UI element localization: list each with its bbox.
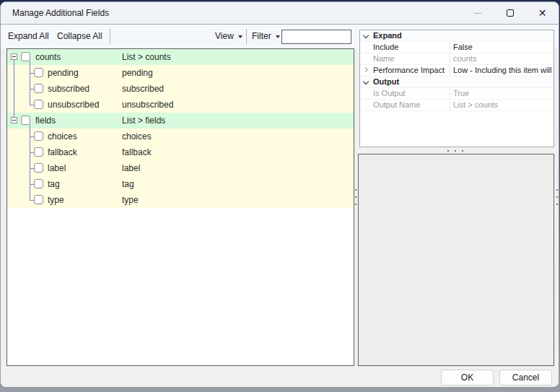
vertical-splitter-grip[interactable] xyxy=(556,189,558,191)
property-name: Name xyxy=(373,53,450,64)
tree-item-label: fallback xyxy=(48,144,77,160)
tree-item-label: choices xyxy=(48,129,77,144)
view-label: View xyxy=(215,31,234,41)
minimize-button[interactable] xyxy=(461,2,494,24)
chevron-down-icon[interactable] xyxy=(360,30,373,41)
checkbox[interactable] xyxy=(34,179,43,188)
tree-row-counts[interactable]: counts List > counts xyxy=(7,49,354,65)
property-grid: Expand Include False Name counts Perform… xyxy=(359,30,554,147)
minimize-icon xyxy=(474,13,481,14)
tree-item-label: pending xyxy=(48,65,79,81)
tree-row-subscribed[interactable]: subscribed subscribed xyxy=(7,81,354,97)
description-panel xyxy=(358,154,554,366)
property-row-is-output[interactable]: Is Output True xyxy=(360,88,554,100)
property-name: Include xyxy=(373,42,450,53)
property-value[interactable]: False xyxy=(450,42,554,53)
tree-row-fallback[interactable]: fallback fallback xyxy=(7,144,354,160)
tree-item-output: label xyxy=(122,160,140,176)
checkbox[interactable] xyxy=(21,116,30,125)
tree-row-tag[interactable]: tag tag xyxy=(7,176,354,192)
filter-label: Filter xyxy=(252,31,271,41)
tree-item-label: label xyxy=(48,160,66,176)
vertical-splitter-grip[interactable] xyxy=(355,204,356,205)
chevron-placeholder xyxy=(360,100,373,110)
property-value: List > counts xyxy=(450,100,554,110)
tree-row-label[interactable]: label label xyxy=(7,160,354,176)
property-row-include[interactable]: Include False xyxy=(360,42,554,53)
tree-item-output: List > fields xyxy=(122,113,165,129)
property-row-performance-impact[interactable]: Performance Impact Low - Including this … xyxy=(360,65,554,77)
checkbox[interactable] xyxy=(34,163,43,173)
vertical-splitter-grip[interactable] xyxy=(556,196,558,198)
tree-item-label: subscribed xyxy=(48,81,89,97)
toolbar-separator xyxy=(246,29,247,44)
checkbox[interactable] xyxy=(34,131,43,141)
close-button[interactable]: ✕ xyxy=(526,2,559,24)
tree-item-output: subscribed xyxy=(122,81,164,97)
collapse-all-button[interactable]: Collapse All xyxy=(57,25,102,48)
expand-all-button[interactable]: Expand All xyxy=(8,25,49,48)
chevron-right-icon[interactable] xyxy=(360,65,373,76)
tree-item-output: choices xyxy=(122,129,152,144)
tree-item-output: type xyxy=(122,192,139,208)
tree-line xyxy=(30,61,30,105)
category-label: Expand xyxy=(373,30,554,41)
chevron-down-icon xyxy=(276,35,280,38)
fields-tree: counts List > counts pending pending sub… xyxy=(6,48,354,366)
tree-item-label: counts xyxy=(35,49,61,65)
tree-item-output: fallback xyxy=(122,144,152,160)
property-row-output-name[interactable]: Output Name List > counts xyxy=(360,100,554,111)
checkbox[interactable] xyxy=(34,195,43,204)
tree-row-unsubscribed[interactable]: unsubscribed unsubscribed xyxy=(7,97,354,113)
vertical-splitter-grip[interactable] xyxy=(556,204,558,205)
maximize-button[interactable] xyxy=(494,2,526,24)
tree-item-output: unsubscribed xyxy=(122,97,173,113)
chevron-down-icon xyxy=(238,35,242,38)
property-name: Is Output xyxy=(373,88,450,99)
property-value[interactable]: Low - Including this item will h xyxy=(450,65,554,76)
tree-row-choices[interactable]: choices choices xyxy=(7,129,354,144)
manage-additional-fields-dialog: Manage Additional Fields ✕ Expand All Co… xyxy=(0,1,559,388)
chevron-down-icon[interactable] xyxy=(360,77,373,87)
checkbox[interactable] xyxy=(34,147,43,157)
toolbar-separator xyxy=(110,29,110,44)
maximize-icon xyxy=(507,9,514,17)
filter-input[interactable] xyxy=(281,30,351,44)
checkbox[interactable] xyxy=(34,84,43,93)
chevron-placeholder xyxy=(360,88,373,99)
collapse-minus-icon[interactable] xyxy=(11,117,17,123)
tree-item-label: fields xyxy=(35,113,56,129)
vertical-splitter-grip[interactable] xyxy=(355,196,356,198)
horizontal-splitter-grip[interactable] xyxy=(455,150,456,152)
close-icon: ✕ xyxy=(538,8,547,18)
horizontal-splitter-grip[interactable] xyxy=(462,150,463,152)
filter-dropdown[interactable]: Filter xyxy=(252,25,280,48)
property-category-expand[interactable]: Expand xyxy=(360,30,554,42)
dialog-title: Manage Additional Fields xyxy=(1,8,461,18)
checkbox[interactable] xyxy=(21,52,30,61)
property-row-name[interactable]: Name counts xyxy=(360,53,554,65)
tree-item-output: tag xyxy=(122,176,134,192)
collapse-minus-icon[interactable] xyxy=(11,53,17,60)
tree-row-fields[interactable]: fields List > fields xyxy=(7,113,354,129)
checkbox[interactable] xyxy=(34,68,43,77)
chevron-placeholder xyxy=(360,42,373,53)
horizontal-splitter-grip[interactable] xyxy=(447,150,449,152)
tree-item-output: List > counts xyxy=(122,49,171,65)
category-label: Output xyxy=(373,77,554,87)
property-category-output[interactable]: Output xyxy=(360,77,554,88)
vertical-splitter-grip[interactable] xyxy=(355,189,356,191)
ok-button[interactable]: OK xyxy=(441,370,494,386)
chevron-placeholder xyxy=(360,53,373,64)
tree-row-pending[interactable]: pending pending xyxy=(7,65,354,81)
tree-line xyxy=(14,60,14,117)
titlebar: Manage Additional Fields ✕ xyxy=(1,2,559,25)
checkbox[interactable] xyxy=(34,100,43,109)
property-value: counts xyxy=(450,53,554,64)
property-name: Performance Impact xyxy=(373,65,450,76)
tree-item-label: unsubscribed xyxy=(48,97,99,113)
view-dropdown[interactable]: View xyxy=(215,25,242,48)
cancel-button[interactable]: Cancel xyxy=(499,370,552,386)
tree-item-output: pending xyxy=(122,65,153,81)
tree-row-type[interactable]: type type xyxy=(7,192,354,208)
